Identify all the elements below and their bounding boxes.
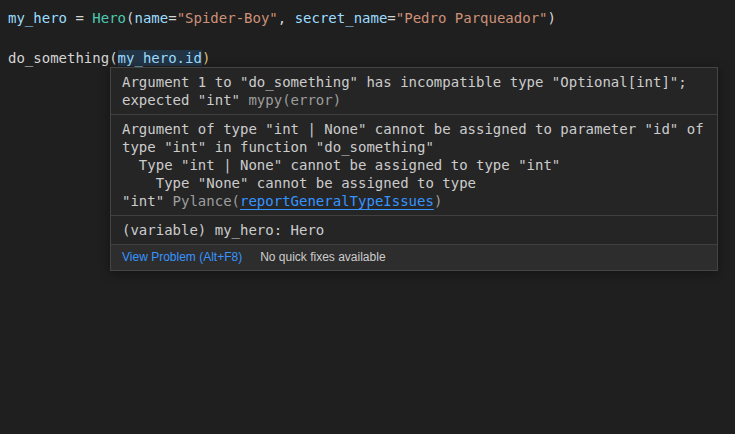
hover-tooltip: Argument 1 to "do_something" has incompa… xyxy=(110,67,718,271)
text-segment: ) xyxy=(434,193,442,209)
text-segment: Argument of type "int | None" cannot be … xyxy=(122,121,704,137)
diagnostic-mypy: Argument 1 to "do_something" has incompa… xyxy=(111,68,717,115)
text-segment: mypy(error) xyxy=(248,92,341,108)
diagnostic-code-link[interactable]: reportGeneralTypeIssues xyxy=(240,193,434,209)
text-segment: type "int" in function "do_something" xyxy=(122,139,434,155)
code-area: my_hero = Hero(name="Spider-Boy", secret… xyxy=(8,8,735,68)
text-segment: ( xyxy=(109,50,117,66)
variable-info: (variable) my_hero: Hero xyxy=(111,216,717,245)
text-segment: = xyxy=(67,10,92,26)
text-segment: my_hero.id xyxy=(118,50,202,66)
text-segment: expected "int" xyxy=(122,92,248,108)
code-line-2[interactable] xyxy=(8,28,735,48)
text-segment: (variable) my_hero: Hero xyxy=(122,222,324,238)
text-segment: my_hero xyxy=(8,10,67,26)
code-line-3[interactable]: do_something(my_hero.id) xyxy=(8,48,735,68)
hover-text-line: Argument of type "int | None" cannot be … xyxy=(122,120,706,138)
quick-fix-status: No quick fixes available xyxy=(260,250,385,264)
text-segment: Pylance( xyxy=(173,193,240,209)
view-problem-link[interactable]: View Problem (Alt+F8) xyxy=(122,250,242,264)
hover-text-line: Type "None" cannot be assigned to type xyxy=(122,174,706,192)
hover-text-line: (variable) my_hero: Hero xyxy=(122,221,706,239)
diagnostic-pylance: Argument of type "int | None" cannot be … xyxy=(111,115,717,216)
code-editor[interactable]: my_hero = Hero(name="Spider-Boy", secret… xyxy=(0,0,735,434)
text-segment: secret_name xyxy=(295,10,388,26)
text-segment: ) xyxy=(202,50,210,66)
text-segment: "int" xyxy=(122,193,173,209)
text-segment: "Spider-Boy" xyxy=(177,10,278,26)
hover-text-line: expected "int" mypy(error) xyxy=(122,91,706,109)
text-segment: Type "None" cannot be assigned to type xyxy=(122,175,476,191)
hover-text-line: type "int" in function "do_something" xyxy=(122,138,706,156)
code-line-1[interactable]: my_hero = Hero(name="Spider-Boy", secret… xyxy=(8,8,735,28)
text-segment: name xyxy=(134,10,168,26)
text-segment: do_something xyxy=(8,50,109,66)
hover-text-line: Type "int | None" cannot be assigned to … xyxy=(122,156,706,174)
text-segment: ) xyxy=(548,10,556,26)
text-segment: Type "int | None" cannot be assigned to … xyxy=(122,157,560,173)
hover-status-bar: View Problem (Alt+F8) No quick fixes ava… xyxy=(111,245,717,270)
text-segment: Argument 1 to "do_something" has incompa… xyxy=(122,74,687,90)
hover-text-line: "int" Pylance(reportGeneralTypeIssues) xyxy=(122,192,706,210)
hover-text-line: Argument 1 to "do_something" has incompa… xyxy=(122,73,706,91)
text-segment: , xyxy=(278,10,295,26)
text-segment: = xyxy=(387,10,395,26)
text-segment: "Pedro Parqueador" xyxy=(396,10,548,26)
text-segment: = xyxy=(168,10,176,26)
text-segment: Hero xyxy=(92,10,126,26)
